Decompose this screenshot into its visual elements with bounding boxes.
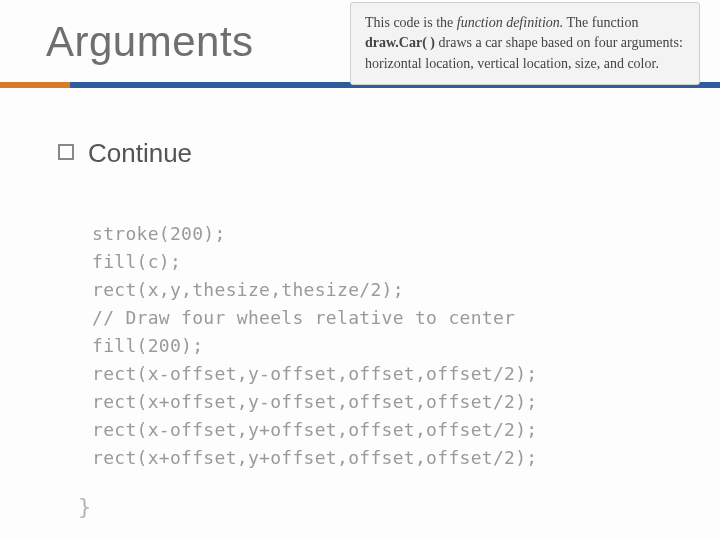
code-line: rect(x-offset,y-offset,offset,offset/2); <box>92 360 537 388</box>
slide: Arguments Continue This code is the func… <box>0 0 720 540</box>
callout-text-1: This code is the <box>365 15 457 30</box>
bullet-text: Continue <box>88 138 192 168</box>
callout-emphasis-1: function definition. <box>457 15 564 30</box>
code-line: rect(x+offset,y+offset,offset,offset/2); <box>92 444 537 472</box>
callout-box: This code is the function definition. Th… <box>350 2 700 85</box>
code-line: rect(x+offset,y-offset,offset,offset/2); <box>92 388 537 416</box>
page-title: Arguments <box>46 18 254 66</box>
code-line-comment: // Draw four wheels relative to center <box>92 304 537 332</box>
bullet-icon <box>58 144 74 160</box>
code-line: rect(x,y,thesize,thesize/2); <box>92 276 537 304</box>
code-line: fill(c); <box>92 248 537 276</box>
code-line: fill(200); <box>92 332 537 360</box>
code-close-brace: } <box>78 494 91 519</box>
code-block: stroke(200); fill(c); rect(x,y,thesize,t… <box>92 220 537 472</box>
bullet-row: Continue <box>58 138 192 169</box>
callout-function-name: draw.Car( ) <box>365 35 435 50</box>
code-line: stroke(200); <box>92 220 537 248</box>
callout-text-2: The function <box>563 15 638 30</box>
code-line: rect(x-offset,y+offset,offset,offset/2); <box>92 416 537 444</box>
